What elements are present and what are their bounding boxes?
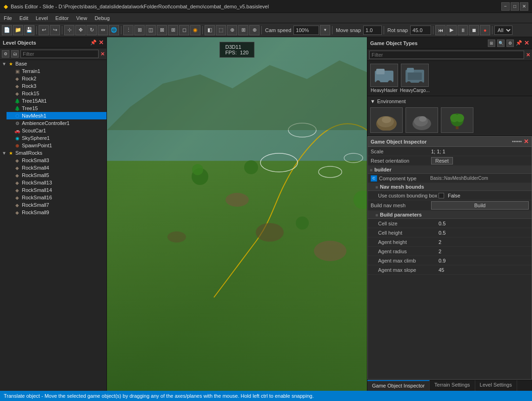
right-panel-close[interactable]: ✕: [524, 39, 529, 46]
tab-level-settings[interactable]: Level Settings: [475, 380, 517, 391]
tree-item-rocksmall9[interactable]: ◆ RockSmall9: [7, 209, 106, 216]
menu-debug[interactable]: Debug: [91, 14, 113, 22]
tree-item-rocksmall5[interactable]: ◆ RockSmall5: [7, 171, 106, 179]
go-inspector-header[interactable]: Game Object Inspector •••••• ✕: [368, 137, 532, 147]
tb-extra2[interactable]: ⬚: [216, 25, 226, 35]
tb-snap5[interactable]: ⊞: [168, 25, 178, 35]
tb-play[interactable]: ⏮: [435, 25, 446, 35]
left-filter-icon[interactable]: ⚙: [2, 50, 9, 58]
tb-extra5[interactable]: ⊕: [249, 25, 259, 35]
menu-file[interactable]: File: [0, 14, 16, 22]
view-combo[interactable]: All: [494, 26, 512, 35]
tb-undo[interactable]: ↩: [39, 25, 49, 35]
use-custom-bb-checkbox[interactable]: [439, 193, 444, 198]
cam-speed-input[interactable]: [293, 26, 319, 35]
env-thumb-3[interactable]: [441, 107, 473, 133]
tb-open[interactable]: 📁: [13, 25, 23, 35]
tb-extra1[interactable]: ◧: [205, 25, 215, 35]
rot-snap-input[interactable]: [410, 26, 431, 35]
tree-group-smallrocks[interactable]: ▼ ★ SmallRocks: [0, 149, 106, 157]
maximize-button[interactable]: □: [511, 2, 519, 11]
right-panel-btn1[interactable]: ⊞: [488, 39, 495, 47]
build-button[interactable]: Build: [431, 201, 529, 210]
tb-scale[interactable]: ⇔: [98, 25, 108, 35]
tree-item-scoutcar1[interactable]: 🚗 ScoutCar1: [7, 127, 106, 134]
minimize-button[interactable]: −: [501, 2, 510, 11]
left-panel-pin[interactable]: 📌: [90, 39, 97, 46]
right-panel-pin[interactable]: 📌: [516, 40, 522, 46]
tree-item-terrain1[interactable]: ▣ Terrain1: [7, 67, 106, 75]
tree-group-base[interactable]: ▼ ★ Base: [0, 60, 106, 67]
right-filter-clear[interactable]: ✕: [526, 52, 530, 58]
tree-item-rocksmall16[interactable]: ◆ RockSmall16: [7, 194, 106, 201]
tb-snap1[interactable]: ⋮: [123, 25, 133, 35]
menu-bar: File Edit Level Editor View Debug: [0, 13, 532, 23]
tree-item-tree15[interactable]: 🌲 Tree15: [7, 105, 106, 112]
env-thumb-1[interactable]: [370, 107, 403, 133]
tree-item-rocksmall14[interactable]: ◆ RockSmall14: [7, 186, 106, 194]
use-custom-bb-value: False: [448, 193, 460, 198]
left-filter-clear[interactable]: ✕: [100, 51, 105, 57]
tb-snap2[interactable]: ⊞: [134, 25, 145, 35]
menu-level[interactable]: Level: [32, 14, 52, 22]
right-filter-input[interactable]: [369, 51, 524, 59]
tree-item-tree15alt1[interactable]: 🌲 Tree15Alt1: [7, 97, 106, 105]
close-button[interactable]: ✕: [520, 2, 528, 11]
menu-edit[interactable]: Edit: [16, 14, 32, 22]
tb-rotate[interactable]: ↻: [86, 25, 97, 35]
tb-grid[interactable]: ◉: [190, 25, 200, 35]
tb-stop[interactable]: ⏹: [469, 25, 479, 35]
env-header[interactable]: ▼ Environment: [370, 97, 529, 105]
right-panel: Game Object Types ⊞ 🔍 ⚙ 📌 ✕ ✕: [367, 37, 532, 391]
skysphere1-icon: ◉: [14, 135, 20, 141]
insp-close[interactable]: ✕: [524, 138, 529, 145]
tb-extra4[interactable]: ⊞: [238, 25, 248, 35]
left-panel-close[interactable]: ✕: [99, 39, 104, 46]
build-params-header[interactable]: ■ Build parameters: [368, 211, 532, 219]
tb-snap6[interactable]: ◻: [179, 25, 189, 35]
tree15-icon: 🌲: [14, 105, 20, 112]
tb-pause[interactable]: ⏸: [458, 25, 468, 35]
right-panel-btn2[interactable]: 🔍: [497, 39, 505, 47]
reset-orientation-button[interactable]: Reset: [431, 157, 453, 164]
tree-item-rocksmall13[interactable]: ◆ RockSmall13: [7, 179, 106, 186]
thumb-heavyhauler[interactable]: HeavyHauler: [370, 64, 398, 93]
tree-item-rocksmall7[interactable]: ◆ RockSmall7: [7, 201, 106, 209]
thumb-heavycargo[interactable]: HeavyCargo...: [400, 64, 430, 93]
menu-editor[interactable]: Editor: [52, 14, 73, 22]
tb-select[interactable]: ⊹: [64, 25, 74, 35]
viewport[interactable]: D3D11 FPS: 120: [107, 37, 367, 391]
tb-cam-arr[interactable]: ▼: [320, 25, 330, 35]
tb-redo[interactable]: ↪: [50, 25, 60, 35]
tb-move[interactable]: ✥: [75, 25, 86, 35]
tab-terrain-settings[interactable]: Terrain Settings: [430, 380, 475, 391]
nav-mesh-bounds-header[interactable]: ■ Nav mesh bounds: [368, 183, 532, 191]
tree-item-navmesh1[interactable]: ⬡ NavMesh1: [7, 112, 106, 119]
left-filter-type[interactable]: 🗂: [11, 50, 19, 58]
tb-extra3[interactable]: ⊕: [227, 25, 237, 35]
tree-item-spawnpoint1[interactable]: ⊕ SpawnPoint1: [7, 142, 106, 149]
tree-item-rock3[interactable]: ◆ Rock3: [7, 82, 106, 90]
tb-save[interactable]: 💾: [24, 25, 34, 35]
svg-rect-18: [376, 69, 385, 74]
tree-item-rock15[interactable]: ◆ Rock15: [7, 90, 106, 97]
menu-view[interactable]: View: [73, 14, 91, 22]
tree-item-ambience1[interactable]: ⚙ AmbienceController1: [7, 119, 106, 127]
tb-new[interactable]: 📄: [2, 25, 12, 35]
tb-rec[interactable]: ●: [480, 25, 490, 35]
tb-snap3[interactable]: ◫: [146, 25, 156, 35]
tree-item-skysphere1[interactable]: ◉ SkySphere1: [7, 134, 106, 142]
tab-game-object-inspector[interactable]: Game Object Inspector: [367, 380, 430, 391]
tree-item-rocksmall3[interactable]: ◆ RockSmall3: [7, 157, 106, 164]
tree-item-rocksmall4[interactable]: ◆ RockSmall4: [7, 164, 106, 171]
builder-section-header[interactable]: ■ builder: [368, 166, 532, 174]
tb-play2[interactable]: ▶: [446, 25, 457, 35]
move-snap-input[interactable]: [363, 26, 382, 35]
right-panel-btn3[interactable]: ⚙: [506, 39, 514, 47]
left-filter-input[interactable]: [20, 50, 99, 58]
tb-globe[interactable]: 🌐: [109, 25, 119, 35]
tree-item-rock2[interactable]: ◆ Rock2: [7, 75, 106, 82]
env-thumb-2[interactable]: [406, 107, 438, 133]
tb-snap4[interactable]: ⊠: [157, 25, 167, 35]
insp-dots[interactable]: ••••••: [512, 139, 522, 144]
